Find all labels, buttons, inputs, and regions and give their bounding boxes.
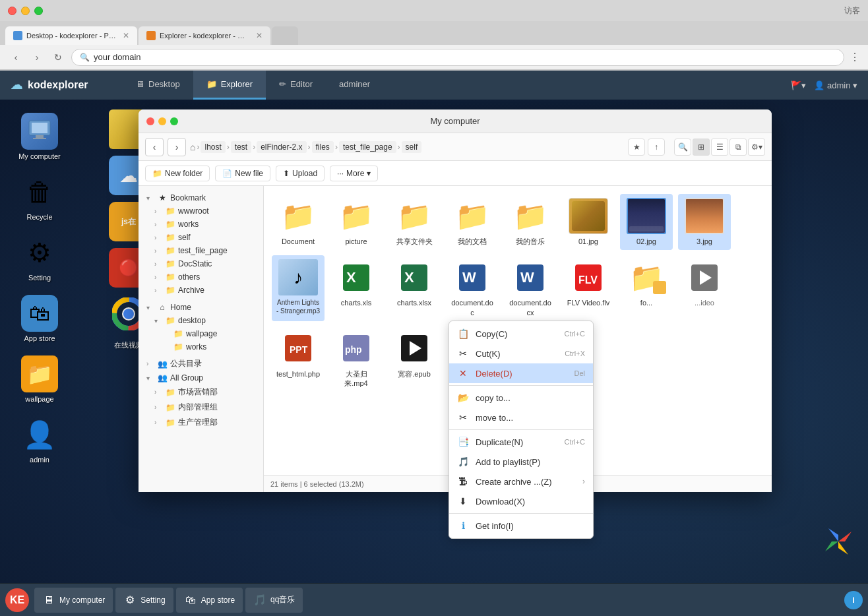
desktop-icon-mycomputer[interactable]: My computer xyxy=(13,113,66,160)
new-file-button[interactable]: 📄 New file xyxy=(215,166,270,181)
sidebar-home-group[interactable]: ▾ ⌂ Home xyxy=(139,301,263,314)
browser-menu-button[interactable]: ⋮ xyxy=(850,51,860,63)
taskbar-qqmusic[interactable]: 🎵 qq音乐 xyxy=(245,588,303,613)
taskbar-mycomputer[interactable]: 🖥 My computer xyxy=(34,588,113,613)
search-button[interactable]: 🔍 xyxy=(674,139,691,156)
sidebar-production[interactable]: › 📁 生产管理部 xyxy=(139,415,263,430)
user-button[interactable]: 👤 admin ▾ xyxy=(814,80,857,90)
forward-button[interactable]: › xyxy=(29,49,45,65)
taskbar-info-button[interactable]: i xyxy=(844,591,863,609)
file-flv-video[interactable]: FLV FLV Video.flv xyxy=(562,255,615,321)
fm-maximize-button[interactable] xyxy=(170,117,178,125)
list-view-button[interactable]: ☰ xyxy=(711,139,728,156)
flag-button[interactable]: 🚩▾ xyxy=(791,80,806,90)
sidebar-testfilepage[interactable]: › 📁 test_file_page xyxy=(139,244,263,257)
sidebar-archive[interactable]: › 📁 Archive xyxy=(139,284,263,297)
nav-desktop[interactable]: 🖥 Desktop xyxy=(123,71,193,100)
sidebar-works[interactable]: › 📁 works xyxy=(139,218,263,231)
file-picture[interactable]: 📁 picture xyxy=(330,194,383,250)
file-document[interactable]: 📁 Document xyxy=(272,194,325,250)
desktop-icon-admin[interactable]: 👤 admin xyxy=(13,416,66,464)
sidebar-public-group[interactable]: › 👥 公共目录 xyxy=(139,356,263,371)
nav-editor[interactable]: ✏ Editor xyxy=(266,71,326,100)
desktop-icon-setting[interactable]: ⚙ Setting xyxy=(13,234,66,282)
up-button[interactable]: ↑ xyxy=(648,139,665,156)
refresh-button[interactable]: ↻ xyxy=(50,49,66,65)
maximize-window-button[interactable] xyxy=(34,7,43,15)
file-02jpg[interactable]: 02.jpg xyxy=(620,194,673,250)
browser-tab-2[interactable]: Explorer - kodexplorer - Powe... ✕ xyxy=(139,26,270,45)
breadcrumb-test[interactable]: test xyxy=(231,141,251,153)
sidebar-docstatic[interactable]: › 📁 DocStatic xyxy=(139,257,263,270)
back-button[interactable]: ‹ xyxy=(8,49,24,65)
file-my-docs[interactable]: 📁 我的文档 xyxy=(446,194,499,250)
bookmark-button[interactable]: ★ xyxy=(628,139,645,156)
ctx-archive[interactable]: 🗜 Create archive ...(Z) › xyxy=(449,472,593,491)
upload-button[interactable]: ⬆ Upload xyxy=(276,166,325,181)
breadcrumb-elfinder[interactable]: elFinder-2.x xyxy=(257,141,306,153)
file-document-doc[interactable]: W document.doc xyxy=(446,255,499,321)
file-3jpg[interactable]: 3.jpg xyxy=(678,194,731,250)
file-video-partial[interactable]: ...ideo xyxy=(678,255,731,321)
new-folder-button[interactable]: 📁 New folder xyxy=(145,166,210,181)
fm-close-button[interactable] xyxy=(146,117,154,125)
sidebar-bookmark-group[interactable]: ▾ ★ Bookmark xyxy=(139,191,263,204)
ctx-getinfo[interactable]: ℹ Get info(I) xyxy=(449,516,593,536)
fm-back-button[interactable]: ‹ xyxy=(145,138,164,156)
fm-minimize-button[interactable] xyxy=(158,117,166,125)
desktop-icon-wallpage[interactable]: 📁 wallpage xyxy=(13,355,66,403)
sidebar-desktop-group[interactable]: ▾ 📁 desktop xyxy=(139,314,263,327)
close-window-button[interactable] xyxy=(8,7,16,15)
tab2-close-icon[interactable]: ✕ xyxy=(256,31,263,40)
browser-tab-1[interactable]: Desktop - kodexplorer - Powe... ✕ xyxy=(5,26,137,45)
breadcrumb-files[interactable]: files xyxy=(312,141,334,153)
ctx-playlist[interactable]: 🎵 Add to playlist(P) xyxy=(449,452,593,472)
split-view-button[interactable]: ⧉ xyxy=(729,139,747,156)
sidebar-allgroup-group[interactable]: ▾ 👥 All Group xyxy=(139,371,263,385)
ctx-copy[interactable]: 📋 Copy(C) Ctrl+C xyxy=(449,324,593,344)
file-01jpg[interactable]: 01.jpg xyxy=(562,194,615,250)
file-folder-special[interactable]: 📁 fo... xyxy=(620,255,673,321)
file-charts-xls[interactable]: X charts.xls xyxy=(330,255,383,321)
ctx-copyto[interactable]: 📂 copy to... xyxy=(449,388,593,408)
sidebar-wwwroot[interactable]: › 📁 wwwroot xyxy=(139,204,263,218)
file-mp4[interactable]: 宽容.epub xyxy=(388,326,441,392)
sidebar-others[interactable]: › 📁 others xyxy=(139,270,263,284)
url-bar[interactable]: 🔍 your domain xyxy=(71,49,844,66)
ctx-moveto[interactable]: ✂ move to... xyxy=(449,408,593,427)
sidebar-internal[interactable]: › 📁 内部管理组 xyxy=(139,400,263,415)
taskbar-appstore[interactable]: 🛍 App store xyxy=(176,588,243,613)
taskbar-start-button[interactable]: KE xyxy=(5,588,29,612)
more-button[interactable]: ··· More▾ xyxy=(330,166,378,181)
breadcrumb-lhost[interactable]: lhost xyxy=(201,141,225,153)
ctx-cut[interactable]: ✂ Cut(K) Ctrl+X xyxy=(449,344,593,363)
file-slider-pptx[interactable]: PPT test_html.php xyxy=(272,326,325,392)
file-charts-xlsx[interactable]: X charts.xlsx xyxy=(388,255,441,321)
ctx-duplicate[interactable]: 📑 Duplicate(N) Ctrl+C xyxy=(449,432,593,452)
file-my-music[interactable]: 📁 我的音乐 xyxy=(504,194,557,250)
tab1-close-icon[interactable]: ✕ xyxy=(123,31,129,40)
ctx-download[interactable]: ⬇ Download(X) xyxy=(449,491,593,511)
browser-tab-3[interactable] xyxy=(272,26,298,45)
sidebar-wallpage[interactable]: 📁 wallpage xyxy=(139,327,263,340)
taskbar-setting[interactable]: ⚙ Setting xyxy=(115,588,173,613)
nav-adminer[interactable]: adminer xyxy=(326,71,383,100)
minimize-window-button[interactable] xyxy=(21,7,30,15)
file-php[interactable]: php 大圣归来.mp4 xyxy=(330,326,383,392)
breadcrumb-home-icon[interactable]: ⌂ xyxy=(190,142,195,152)
ctx-delete[interactable]: ✕ Delete(D) Del xyxy=(449,363,593,383)
breadcrumb-self[interactable]: self xyxy=(402,141,422,153)
file-shared-folder[interactable]: 📁 共享文件夹 xyxy=(388,194,441,250)
settings-view-button[interactable]: ⚙▾ xyxy=(748,139,765,156)
file-anthem[interactable]: ♪ Anthem Lights - Stranger.mp3 xyxy=(272,255,325,321)
sidebar-self[interactable]: › 📁 self xyxy=(139,231,263,244)
breadcrumb-testfilepage[interactable]: test_file_page xyxy=(339,141,396,153)
grid-view-button[interactable]: ⊞ xyxy=(693,139,710,156)
file-document-docx[interactable]: W document.docx xyxy=(504,255,557,321)
desktop-icon-appstore[interactable]: 🛍 App store xyxy=(13,295,66,342)
nav-explorer[interactable]: 📁 Explorer xyxy=(193,71,266,100)
desktop-icon-recycle[interactable]: 🗑 Recycle xyxy=(13,173,66,221)
fm-forward-button[interactable]: › xyxy=(168,138,186,156)
sidebar-works2[interactable]: 📁 works xyxy=(139,340,263,354)
sidebar-sales[interactable]: › 📁 市场营销部 xyxy=(139,385,263,400)
